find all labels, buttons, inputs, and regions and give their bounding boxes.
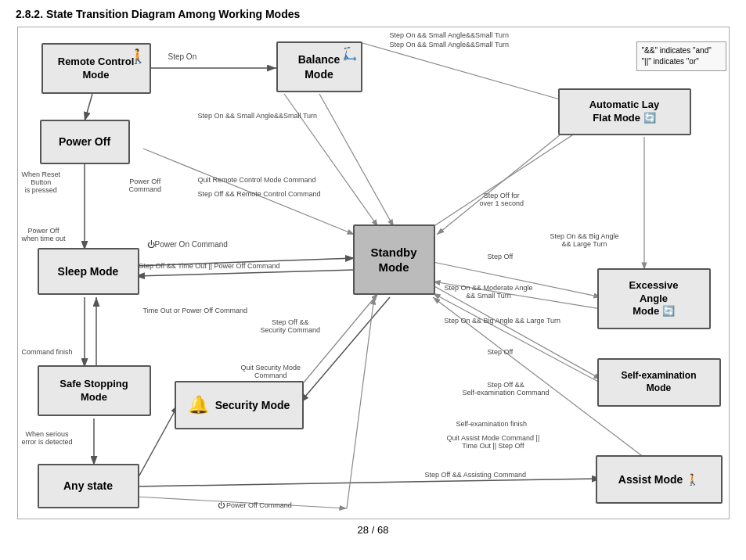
svg-line-19: [300, 297, 390, 403]
svg-line-22: [135, 404, 178, 483]
svg-line-20: [300, 293, 378, 387]
safe-stopping-mode-box: Safe StoppingMode: [38, 365, 151, 416]
label-when-serious: When seriouserror is detected: [22, 430, 73, 446]
svg-line-9: [135, 270, 355, 276]
auto-lay-flat-mode-box: Automatic LayFlat Mode 🔄: [558, 88, 691, 135]
balance-mode-box: BalanceMode 🛴: [276, 41, 362, 92]
label-power-off-cmd-bottom: ⏻ Power Off Command: [218, 501, 292, 509]
label-quit-assist: Quit Assist Mode Command ||Time Out || S…: [447, 434, 540, 450]
svg-line-26: [347, 297, 374, 508]
label-step-on: Step On: [168, 52, 197, 61]
svg-line-3: [362, 43, 582, 106]
label-step-off-security: Step Off &&Security Command: [261, 318, 321, 334]
excessive-angle-mode-box: ExcessiveAngleMode 🔄: [597, 268, 711, 329]
note-box: "&&" indicates "and""||" indicates "or": [636, 41, 726, 71]
remote-control-mode-box: Remote ControlMode 🚶: [41, 43, 151, 94]
label-power-off-timeout: Power Offwhen time out: [22, 227, 66, 242]
page-number: 28 / 68: [16, 524, 730, 536]
svg-line-17: [433, 285, 601, 379]
svg-line-23: [135, 479, 601, 486]
assist-mode-box: Assist Mode 🚶: [596, 455, 723, 504]
sleep-mode-box: Sleep Mode: [38, 248, 139, 295]
label-command-finish: Command finish: [22, 348, 73, 356]
label-power-off-cmd-label: Power OffCommand: [129, 178, 162, 193]
label-moderate-angle: Step On && Moderate Angle&& Small Turn: [445, 284, 533, 300]
standby-mode-box: StandbyMode: [353, 224, 435, 295]
section-title: 2.8.2. State Transition Diagram Among Wo…: [16, 8, 730, 20]
page-container: 2.8.2. State Transition Diagram Among Wo…: [0, 0, 746, 544]
label-selfexam-finish: Self-examination finish: [456, 420, 528, 428]
label-step-off-selfexam: Step Off &&Self-examination Command: [463, 381, 550, 397]
svg-line-6: [433, 129, 582, 227]
label-step-off-timeout: Step Off && Time Out || Power Off Comman…: [139, 262, 280, 270]
label-big-angle-2: Step On && Big Angle && Large Turn: [445, 317, 561, 325]
svg-line-18: [433, 293, 601, 383]
svg-line-12: [85, 94, 92, 121]
label-when-reset: When ResetButtonis pressed: [22, 171, 61, 194]
label-timeout-poweroff: Time Out or Power Off Command: [143, 307, 248, 314]
label-step-off-over1sec: Step Off forover 1 second: [480, 192, 524, 207]
security-mode-box: 🔔 Security Mode: [175, 381, 304, 429]
label-step-on-small-1: Step On && Small Angle&&Small Turn: [390, 31, 510, 39]
label-step-off-remote: Step Off && Remote Control Command: [198, 190, 321, 198]
label-big-angle-large-turn: Step On && Big Angle&& Large Turn: [550, 232, 619, 248]
label-step-on-small-2: Step On && Small Angle&&Small Turn: [390, 41, 510, 48]
label-step-off-2: Step Off: [488, 348, 514, 356]
diagram-area: Remote ControlMode 🚶 BalanceMode 🛴 Autom…: [17, 27, 730, 519]
label-quit-security: Quit Security ModeCommand: [241, 364, 301, 379]
label-step-on-small-3: Step On && Small Angle&&Small Turn: [198, 112, 318, 120]
label-step-off-1: Step Off: [488, 253, 514, 260]
svg-line-4: [319, 94, 394, 227]
power-off-box: Power Off: [40, 120, 130, 164]
self-examination-mode-box: Self-examinationMode: [597, 358, 721, 407]
label-quit-remote: Quit Remote Control Mode Command: [198, 176, 316, 184]
label-power-on-cmd: ⏻Power On Command: [147, 240, 228, 249]
label-step-off-assisting: Step Off && Assisting Command: [425, 471, 526, 479]
any-state-box: Any state: [38, 464, 139, 508]
